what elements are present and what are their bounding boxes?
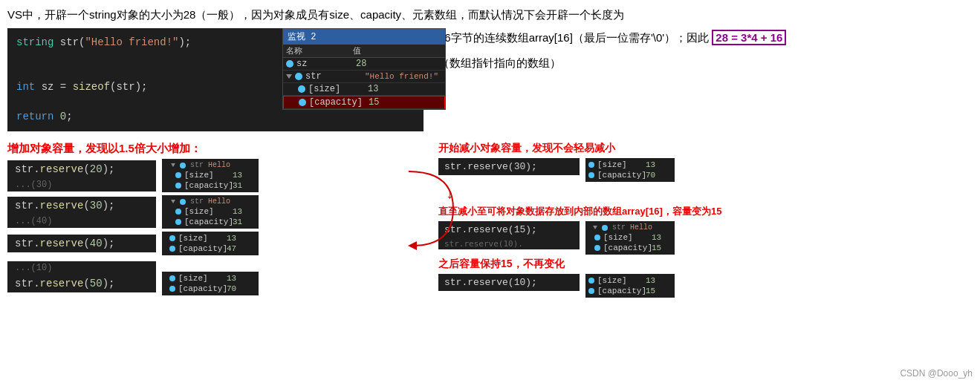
rw-icon-cap [175, 183, 181, 189]
rr-size-10: [size] 13 [588, 275, 672, 286]
cap-label-40: [capacity] [178, 244, 227, 253]
reserve-code-30: str.reserve(30); [7, 197, 156, 215]
rr-expand-icon-15 [593, 226, 597, 229]
right-top-text: 16字节的连续数组array[16]（最后一位需存'\0'）；因此 28 = 3… [438, 28, 973, 48]
right-line2-text: （数组指针指向的数组） [438, 56, 561, 69]
bottom-left-title: 增加对象容量，发现以1.5倍大小增加： [7, 142, 424, 156]
top-desc-text: VS中，开辟一个string对象的大小为28（一般），因为对象成员有size、c… [7, 8, 624, 21]
rr-size-label-30: [size] [597, 160, 646, 169]
cap-label-50: [capacity] [178, 284, 227, 293]
rr-size-30: [size] 13 [588, 160, 672, 170]
reserve-code-20: str.reserve(20); [7, 160, 156, 178]
formula: 28 = 3*4 + 16 [712, 30, 786, 45]
size-val: 13 [233, 171, 242, 180]
watch-header: 监视 2 [283, 29, 445, 45]
rr-cap-label-10: [capacity] [597, 287, 646, 295]
str-val-30: Hello [208, 197, 230, 206]
reserve-row-20: str.reserve(20); ...(30) str Hello [size… [7, 159, 424, 192]
size-val-30: 13 [233, 207, 242, 216]
size-label-30: [size] [184, 207, 233, 216]
right-line1: 16字节的连续数组array[16]（最后一位需存'\0'）；因此 [438, 31, 709, 44]
code-line-1: string str("Hello friend!"); [16, 34, 260, 52]
str-val: Hello [208, 161, 230, 169]
reserve-row-40: str.reserve(40); [size] 13 [capacity] 47 [7, 232, 424, 255]
cap-val: 31 [233, 181, 242, 190]
size-label-40: [size] [178, 234, 227, 243]
str-label-30: str [190, 197, 204, 206]
circle-icon [286, 60, 293, 68]
ellipsis-50-pre: ...(10) [7, 261, 156, 275]
main-row: string str("Hello friend!"); int sz = si… [7, 28, 973, 134]
str-circle-icon-30 [180, 199, 186, 205]
rr-size-15: [size] 13 [588, 232, 672, 243]
rr-str-val-15: Hello [630, 223, 652, 232]
size-label: [size] [184, 171, 233, 180]
circle-icon-cap [299, 99, 306, 106]
watch-val-str: "Hello friend!" [365, 72, 438, 81]
watch-name-sz: sz [296, 59, 356, 69]
cap-label: [capacity] [184, 181, 233, 190]
rr-icon-size-15 [594, 235, 600, 240]
str-label: str [190, 161, 204, 169]
top-code-wrapper: string str("Hello friend!"); int sz = si… [7, 28, 424, 131]
ellipsis-20: ...(30) [7, 178, 156, 192]
arrow-region: ↓ [446, 185, 973, 202]
expand-icon[interactable] [286, 74, 292, 79]
rr-cap-15: [capacity] 15 [588, 243, 672, 253]
reserve-code-40: str.reserve(40); [7, 235, 156, 252]
watch-row-capacity: [capacity] 15 [283, 96, 445, 109]
rr-cap-label-30: [capacity] [597, 171, 646, 180]
rw-row-cap-20: [capacity] 31 [166, 180, 254, 191]
reserve-row-30: str.reserve(30); ...(40) str Hello [size… [7, 195, 424, 229]
rr-size-label-15: [size] [603, 233, 652, 242]
reserve-row-50: ...(10) str.reserve(50); [size] 13 [capa… [7, 258, 424, 295]
expand-tri-icon-30 [171, 200, 175, 203]
rr-code-10: str.reserve(10); [438, 274, 580, 291]
ellipsis-30: ...(40) [7, 215, 156, 228]
cap-label-30: [capacity] [184, 217, 233, 226]
rr-cap-val-15: 15 [652, 243, 661, 252]
watch-val-cap: 15 [369, 97, 379, 108]
rw-row-size-50: [size] 13 [166, 273, 254, 284]
rr-str-icon-15 [602, 225, 608, 231]
size-val-40: 13 [227, 234, 236, 243]
watch-name-cap: [capacity] [309, 97, 369, 108]
rw-row-size-20: [size] 13 [166, 170, 254, 180]
right-panel: 16字节的连续数组array[16]（最后一位需存'\0'）；因此 28 = 3… [424, 28, 973, 134]
watch-row-sz: sz 28 [283, 58, 445, 71]
str-expand-row-30: str Hello [166, 197, 254, 206]
size-val-50: 13 [227, 274, 236, 283]
bottom-left: 增加对象容量，发现以1.5倍大小增加： str.reserve(20); ...… [7, 142, 424, 301]
rw-icon-30 [175, 209, 181, 215]
top-description: VS中，开辟一个string对象的大小为28（一般），因为对象成员有size、c… [7, 6, 973, 24]
rr-cap-val-10: 15 [646, 287, 655, 295]
rr-icon-cap-30 [588, 172, 594, 178]
rr-watch-30: [size] 13 [capacity] 70 [585, 158, 675, 182]
rr-cap-label-15: [capacity] [603, 243, 652, 252]
rr-ellipsis-15: str.reserve(10). [438, 238, 580, 249]
str-circle-icon [180, 163, 186, 168]
expand-tri-icon [171, 163, 175, 167]
rr-row-30: str.reserve(30); [size] 13 [capacity] 70 [438, 158, 973, 182]
watermark: CSDN @Dooo_yh [900, 368, 973, 379]
rr-size-label-10: [size] [597, 276, 646, 285]
rr-size-val-15: 13 [652, 233, 661, 242]
bottom-section: 增加对象容量，发现以1.5倍大小增加： str.reserve(20); ...… [7, 142, 973, 301]
cap-val-50: 70 [227, 284, 236, 293]
rw-row-cap-40: [capacity] 47 [166, 243, 254, 254]
rr-icon-size-30 [588, 162, 594, 168]
rr-icon-cap-10 [588, 288, 594, 294]
rw-row-size-30: [size] 13 [166, 206, 254, 217]
code-spacer2 [16, 96, 260, 108]
code-line-2: int sz = sizeof(str); [16, 79, 260, 96]
rr-size-val-10: 13 [646, 276, 655, 285]
watch-row-size: [size] 13 [283, 83, 445, 96]
rr-row-10: str.reserve(10); [size] 13 [capacity] 15 [438, 274, 973, 298]
rw-icon-40 [169, 235, 175, 241]
right-title-3: 之后容量保持15，不再变化 [438, 258, 973, 271]
reserve-watch-50: [size] 13 [capacity] 70 [162, 272, 259, 295]
rr-code-30: str.reserve(30); [438, 158, 580, 175]
cap-val-40: 47 [227, 244, 236, 253]
rw-icon-50 [169, 275, 175, 281]
col-val-header: 值 [353, 45, 427, 56]
